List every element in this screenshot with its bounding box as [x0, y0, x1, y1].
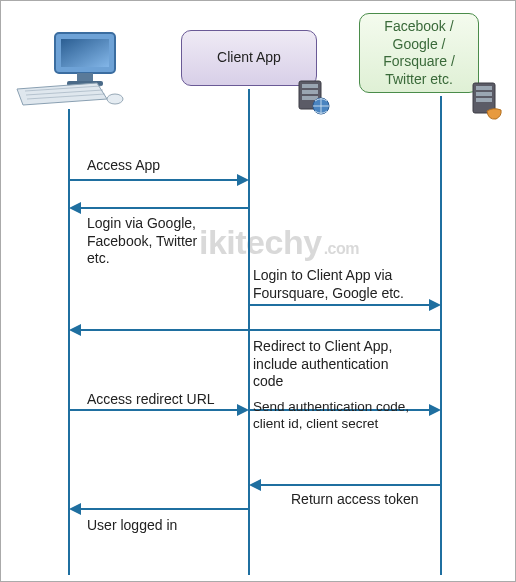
arrow-return-token — [259, 484, 441, 486]
svg-rect-9 — [302, 84, 318, 88]
arrowhead-redirect-code — [69, 324, 81, 336]
svg-point-7 — [107, 94, 123, 104]
label-login-to-provider: Login to Client App via Foursquare, Goog… — [253, 267, 404, 302]
watermark-suffix: .com — [324, 240, 359, 258]
label-access-app: Access App — [87, 157, 160, 175]
label-send-auth-code: Send authentication code, client id, cli… — [253, 399, 409, 433]
svg-rect-1 — [61, 39, 109, 67]
arrow-user-logged-in — [79, 508, 249, 510]
desktop-computer-icon — [11, 29, 129, 107]
label-redirect-code: Redirect to Client App, include authenti… — [253, 338, 392, 391]
client-app-label: Client App — [217, 49, 281, 67]
svg-rect-14 — [476, 86, 492, 90]
arrow-access-redirect-url — [69, 409, 239, 411]
arrow-redirect-code — [79, 329, 441, 331]
svg-rect-16 — [476, 98, 492, 102]
svg-rect-11 — [302, 96, 318, 100]
svg-rect-10 — [302, 90, 318, 94]
app-server-icon — [293, 79, 333, 117]
provider-label: Facebook / Google / Forsquare / Twitter … — [383, 18, 455, 88]
server-icon — [467, 81, 507, 121]
label-login-options: Login via Google, Facebook, Twitter etc. — [87, 215, 197, 268]
participant-provider-box: Facebook / Google / Forsquare / Twitter … — [359, 13, 479, 93]
svg-rect-15 — [476, 92, 492, 96]
participant-client-box: Client App — [181, 30, 317, 86]
sequence-diagram: ikitechy .com Client App — [0, 0, 516, 582]
watermark-text: ikitechy — [199, 223, 322, 262]
label-user-logged-in: User logged in — [87, 517, 177, 535]
arrowhead-send-auth-code — [429, 404, 441, 416]
arrow-access-app — [69, 179, 239, 181]
watermark: ikitechy .com — [199, 223, 359, 262]
arrowhead-access-redirect-url — [237, 404, 249, 416]
arrow-login-to-provider — [249, 304, 431, 306]
arrowhead-user-logged-in — [69, 503, 81, 515]
arrow-login-options — [79, 207, 249, 209]
lifeline-client — [248, 89, 250, 575]
arrowhead-login-options — [69, 202, 81, 214]
svg-rect-2 — [77, 73, 93, 81]
label-return-token: Return access token — [291, 491, 419, 509]
arrowhead-return-token — [249, 479, 261, 491]
arrowhead-access-app — [237, 174, 249, 186]
lifeline-provider — [440, 96, 442, 575]
arrowhead-login-to-provider — [429, 299, 441, 311]
label-access-redirect-url: Access redirect URL — [87, 391, 215, 409]
participant-user — [11, 29, 129, 107]
